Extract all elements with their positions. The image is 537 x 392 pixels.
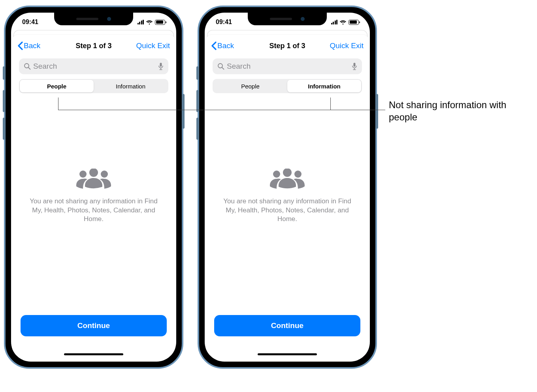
status-time: 09:41 <box>22 19 38 26</box>
svg-point-0 <box>24 64 29 68</box>
tab-label: Information <box>116 83 145 90</box>
people-icon <box>266 169 309 191</box>
callout-line <box>58 110 385 110</box>
notch <box>54 13 133 25</box>
callout-line <box>330 98 331 110</box>
volume-up-button[interactable] <box>196 90 199 112</box>
volume-down-button[interactable] <box>3 118 5 140</box>
tab-people[interactable]: People <box>20 80 94 92</box>
battery-icon <box>155 20 165 25</box>
callout-text: Not sharing information with people <box>389 99 537 123</box>
earpiece-speaker <box>76 18 98 20</box>
people-icon <box>72 169 115 191</box>
tab-information[interactable]: Information <box>287 80 361 92</box>
cellular-signal-icon <box>331 20 338 24</box>
callout-line <box>58 98 58 110</box>
tab-label: Information <box>308 83 341 90</box>
power-button[interactable] <box>182 94 185 129</box>
search-icon <box>217 63 224 70</box>
tab-people[interactable]: People <box>213 80 287 92</box>
tab-label: People <box>47 83 66 90</box>
home-indicator[interactable] <box>258 353 317 355</box>
phone-right: 09:41 Back Step 1 of 3 <box>198 6 377 369</box>
battery-icon <box>349 20 359 25</box>
svg-point-6 <box>89 169 98 177</box>
svg-point-15 <box>294 171 301 178</box>
svg-line-1 <box>28 68 30 69</box>
search-field[interactable]: Search <box>213 58 362 74</box>
svg-point-8 <box>218 64 222 68</box>
svg-point-13 <box>273 171 280 178</box>
nav-bar: Back Step 1 of 3 Quick Exit <box>205 36 369 55</box>
wifi-icon <box>339 20 347 25</box>
silent-switch[interactable] <box>3 66 5 80</box>
modal-sheet: Back Step 1 of 3 Quick Exit Search <box>12 35 175 359</box>
svg-point-7 <box>101 171 108 178</box>
modal-sheet: Back Step 1 of 3 Quick Exit Search <box>205 35 369 359</box>
mic-icon[interactable] <box>352 62 357 70</box>
search-field[interactable]: Search <box>19 58 168 74</box>
svg-point-5 <box>79 171 87 178</box>
svg-rect-2 <box>160 63 162 67</box>
front-camera <box>107 17 111 21</box>
empty-message: You are not sharing any information in F… <box>28 197 159 224</box>
volume-up-button[interactable] <box>3 90 5 112</box>
continue-button[interactable]: Continue <box>21 315 167 336</box>
cellular-signal-icon <box>138 20 144 24</box>
nav-bar: Back Step 1 of 3 Quick Exit <box>12 36 175 55</box>
home-indicator[interactable] <box>64 353 123 355</box>
svg-line-9 <box>222 68 224 69</box>
svg-point-14 <box>283 169 292 177</box>
silent-switch[interactable] <box>196 66 199 80</box>
svg-rect-10 <box>354 63 356 67</box>
screen: 09:41 Back Step 1 of 3 <box>205 13 370 362</box>
empty-state: You are not sharing any information in F… <box>12 93 175 315</box>
segmented-control[interactable]: People Information <box>213 79 362 93</box>
wifi-icon <box>146 20 153 25</box>
nav-title: Step 1 of 3 <box>205 42 369 50</box>
earpiece-speaker <box>270 18 292 20</box>
tab-label: People <box>241 83 260 90</box>
volume-down-button[interactable] <box>196 118 199 140</box>
status-time: 09:41 <box>216 19 232 26</box>
segmented-control[interactable]: People Information <box>19 79 168 93</box>
search-placeholder: Search <box>227 62 349 71</box>
phone-left: 09:41 Back Step 1 of 3 <box>4 6 183 369</box>
screen: 09:41 Back Step 1 of 3 <box>11 13 176 362</box>
front-camera <box>301 17 305 21</box>
empty-message: You are not sharing any information in F… <box>222 197 352 224</box>
empty-state: You are not sharing any information in F… <box>205 93 369 315</box>
notch <box>248 13 327 25</box>
nav-title: Step 1 of 3 <box>12 42 175 50</box>
search-icon <box>24 63 31 70</box>
power-button[interactable] <box>376 94 378 129</box>
tab-information[interactable]: Information <box>94 80 168 92</box>
continue-button[interactable]: Continue <box>214 315 360 336</box>
mic-icon[interactable] <box>158 62 164 70</box>
search-placeholder: Search <box>33 62 156 71</box>
